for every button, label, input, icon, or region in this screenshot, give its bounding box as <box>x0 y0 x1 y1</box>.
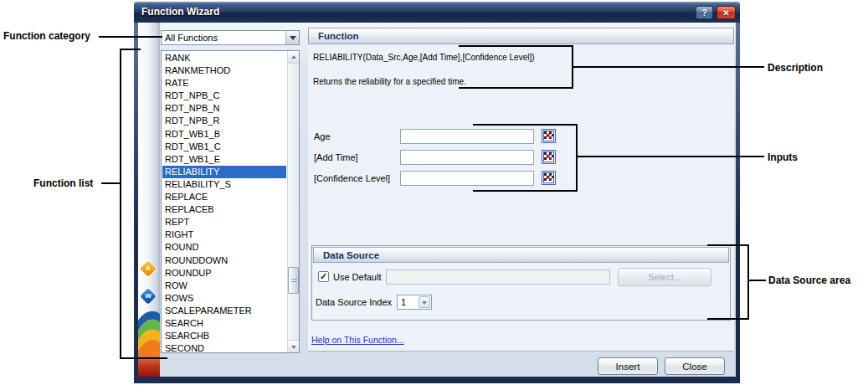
title-bar[interactable]: Function Wizard ? ✕ <box>134 2 740 23</box>
spreadsheet-picker-icon <box>541 128 557 144</box>
annotation-line <box>99 36 162 38</box>
list-item[interactable]: RDT_WB1_E <box>162 153 286 166</box>
annotation-bracket <box>473 124 578 126</box>
list-item[interactable]: ROUND <box>162 241 286 254</box>
data-source-group: Data Source ✓ Use Default Select... Data… <box>311 245 731 321</box>
badge-letter: W <box>142 290 154 302</box>
annotation-bracket <box>576 124 578 192</box>
scrollbar-thumb[interactable] <box>288 267 299 294</box>
chevron-up-icon <box>291 55 296 59</box>
grip-icon <box>291 279 297 284</box>
annotation-bracket <box>747 244 749 320</box>
data-source-index-label: Data Source Index <box>316 297 392 307</box>
category-value: All Functions <box>165 31 218 44</box>
chevron-down-icon <box>422 301 427 305</box>
data-source-index-combo[interactable]: 1 <box>397 295 432 310</box>
use-default-checkbox[interactable]: ✓ <box>318 271 329 282</box>
chevron-down-icon <box>291 346 296 349</box>
function-signature: RELIABILITY(Data_Src,Age,[Add Time],[Con… <box>313 53 535 62</box>
weibull-badge-icon: W <box>140 288 157 305</box>
spreadsheet-picker-icon <box>541 170 557 186</box>
annotation-line <box>101 182 121 184</box>
list-item[interactable]: RDT_NPB_N <box>162 102 286 115</box>
list-item[interactable]: RDT_WB1_B <box>162 128 286 141</box>
select-data-source-button[interactable]: Select... <box>618 268 711 286</box>
close-icon: ✕ <box>722 8 729 18</box>
list-item[interactable]: RDT_NPB_R <box>162 115 286 127</box>
annotation-line <box>749 280 766 281</box>
list-item[interactable]: ROWS <box>162 292 286 305</box>
list-item[interactable]: ROUNDUP <box>162 267 286 280</box>
annotation-bracket <box>120 49 121 359</box>
list-item[interactable]: RDT_NPB_C <box>162 90 286 102</box>
annotated-screenshot: Function Wizard ? ✕ A W All Functions <box>0 0 868 385</box>
annotation-bracket <box>120 49 141 50</box>
list-item[interactable]: ROW <box>162 280 286 292</box>
scrollbar[interactable] <box>287 51 299 352</box>
confidence-level-label: [Confidence Level] <box>314 173 390 183</box>
data-source-header: Data Source <box>313 247 729 263</box>
annotation-inputs: Inputs <box>768 151 798 163</box>
annotation-line <box>573 66 764 68</box>
question-icon: ? <box>701 8 706 18</box>
spreadsheet-picker-icon <box>541 149 557 165</box>
list-item[interactable]: RELIABILITY_S <box>162 178 286 191</box>
insert-button[interactable]: Insert <box>598 357 658 375</box>
age-input[interactable] <box>400 129 534 144</box>
brand-sidebar: A W <box>138 23 160 377</box>
list-item[interactable]: RANKMETHOD <box>162 64 286 77</box>
list-item[interactable]: REPLACE <box>162 191 286 203</box>
alta-badge-icon: A <box>140 260 157 277</box>
list-item[interactable]: SCALEPARAMETER <box>162 305 286 317</box>
annotation-bracket <box>473 190 578 192</box>
dialog-body: A W All Functions RANKRANKMETHODRATERDT_… <box>138 23 736 377</box>
scroll-up-button[interactable] <box>288 51 300 64</box>
use-default-label: Use Default <box>333 272 381 282</box>
list-item[interactable]: SEARCHB <box>162 330 286 342</box>
annotation-description: Description <box>768 62 823 74</box>
function-description: Returns the reliability for a specified … <box>313 77 466 86</box>
function-wizard-dialog: Function Wizard ? ✕ A W All Functions <box>134 2 740 383</box>
list-item[interactable]: SECOND <box>162 342 286 353</box>
close-window-button[interactable]: ✕ <box>716 6 736 19</box>
function-panel-header: Function <box>308 28 734 44</box>
function-category-dropdown[interactable]: All Functions <box>161 30 300 45</box>
annotation-line <box>578 156 764 157</box>
list-item[interactable]: RDT_WB1_C <box>162 141 286 153</box>
close-button[interactable]: Close <box>665 357 725 375</box>
annotation-bracket <box>459 87 573 89</box>
annotation-function-category: Function category <box>3 30 90 42</box>
window-title: Function Wizard <box>141 2 219 23</box>
scroll-down-button[interactable] <box>288 340 300 352</box>
age-cell-picker-button[interactable] <box>541 128 557 144</box>
badge-letter: A <box>142 263 154 275</box>
annotation-data-source-area: Data Source area <box>768 275 850 286</box>
confidence-level-input[interactable] <box>400 171 534 186</box>
function-list[interactable]: RANKRANKMETHODRATERDT_NPB_CRDT_NPB_NRDT_… <box>161 50 300 353</box>
annotation-bracket <box>459 45 573 47</box>
add-time-input[interactable] <box>400 150 534 165</box>
list-item[interactable]: REPLACEB <box>162 203 286 216</box>
data-source-field <box>386 270 610 285</box>
annotation-bracket <box>707 318 749 320</box>
wave-logo-icon <box>138 307 160 356</box>
function-list-items: RANKRANKMETHODRATERDT_NPB_CRDT_NPB_NRDT_… <box>162 52 286 353</box>
list-item[interactable]: RANK <box>162 52 286 64</box>
annotation-function-list: Function list <box>33 177 93 189</box>
help-button[interactable]: ? <box>696 6 713 19</box>
help-on-function-link[interactable]: Help on This Function... <box>311 335 404 345</box>
annotation-bracket <box>707 244 749 246</box>
index-value: 1 <box>401 295 406 309</box>
dropdown-button[interactable] <box>285 31 299 44</box>
chevron-down-icon <box>290 36 296 40</box>
combo-dropdown-button[interactable] <box>419 296 430 308</box>
list-item[interactable]: RELIABILITY <box>162 166 286 178</box>
list-item[interactable]: SEARCH <box>162 317 286 330</box>
add-time-label: [Add Time] <box>314 152 358 162</box>
confidence-level-cell-picker-button[interactable] <box>541 170 557 186</box>
list-item[interactable]: ROUNDDOWN <box>162 254 286 267</box>
list-item[interactable]: REPT <box>162 216 286 228</box>
list-item[interactable]: RATE <box>162 77 286 90</box>
add-time-cell-picker-button[interactable] <box>541 149 557 165</box>
list-item[interactable]: RIGHT <box>162 228 286 241</box>
